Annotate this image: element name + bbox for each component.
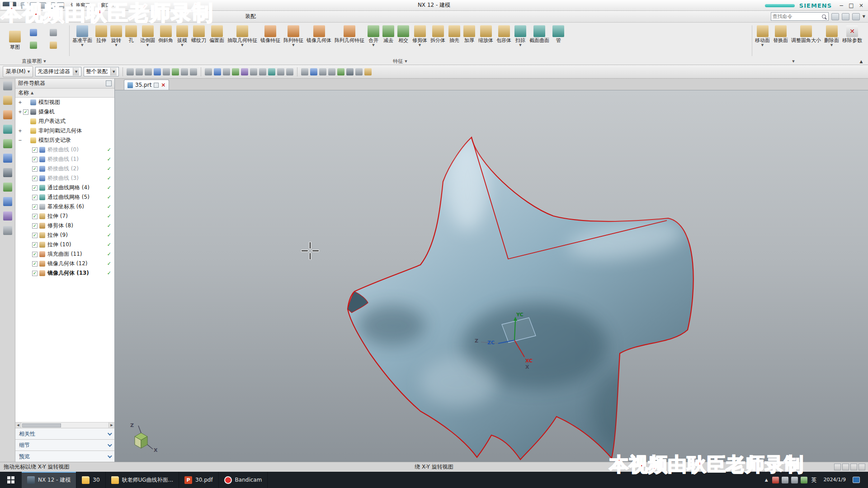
minimize-button[interactable]: −	[836, 1, 846, 10]
view-toolbar-icon[interactable]	[319, 68, 326, 75]
navigator-section-header[interactable]: 预览	[15, 450, 114, 462]
snap-toolbar-icon[interactable]	[259, 68, 266, 75]
tree-expander[interactable]: +	[17, 100, 23, 105]
tree-row[interactable]: ✓ 镜像几何体 (12) ✓	[15, 259, 114, 268]
feature-checkbox[interactable]: ✓	[32, 166, 38, 172]
tree-row[interactable]: ✓ 通过曲线网格 (5) ✓	[15, 192, 114, 202]
close-button[interactable]: ×	[856, 1, 866, 10]
navigator-column-header[interactable]: 名称▲	[15, 89, 114, 98]
sketch-tool-icon[interactable]	[30, 42, 37, 49]
home-icon[interactable]	[842, 13, 849, 20]
pin-icon[interactable]	[106, 80, 112, 86]
tree-row[interactable]: − ✓ 模型历史记录 ✓	[15, 136, 114, 145]
ribbon-button[interactable]: 阵列特征 ▼	[282, 23, 305, 47]
menu-button[interactable]: 菜单(M)▼	[3, 66, 33, 77]
feature-checkbox[interactable]: ✓	[32, 176, 38, 181]
tree-row[interactable]: + ✓ 非时间戳记几何体 ✓	[15, 126, 114, 136]
help-icon[interactable]	[852, 13, 860, 20]
resource-bar-icon[interactable]	[3, 139, 12, 148]
ribbon-button[interactable]: 删除面 ▼	[823, 23, 840, 47]
ribbon-button[interactable]: 阵列几何特征 ▼	[333, 23, 366, 45]
taskbar-item[interactable]: Bandicam	[219, 472, 268, 488]
tray-icon[interactable]	[791, 477, 798, 483]
ribbon-button[interactable]: 替换面 ▼	[772, 23, 789, 45]
feature-checkbox[interactable]: ✓	[32, 252, 38, 257]
feature-checkbox[interactable]: ✓	[32, 185, 38, 191]
resource-bar-icon[interactable]	[3, 226, 12, 235]
search-icon[interactable]	[821, 14, 827, 19]
feature-checkbox[interactable]: ✓	[32, 147, 38, 153]
scroll-right-arrow[interactable]: ▶	[108, 422, 114, 428]
snap-toolbar-icon[interactable]	[286, 68, 293, 75]
resource-bar-icon[interactable]	[3, 168, 12, 177]
snap-toolbar-icon[interactable]	[223, 68, 230, 75]
tree-row[interactable]: ✓ 拉伸 (9) ✓	[15, 230, 114, 240]
tree-expander[interactable]: −	[17, 138, 23, 143]
view-toolbar-icon[interactable]	[337, 68, 344, 75]
snap-toolbar-icon[interactable]	[241, 68, 248, 75]
scrollbar-thumb[interactable]	[22, 423, 61, 427]
ribbon-button[interactable]: 合并 ▼	[366, 23, 381, 47]
maximize-button[interactable]: □	[846, 1, 856, 10]
tree-row[interactable]: ✓ 拉伸 (7) ✓	[15, 211, 114, 221]
tree-row[interactable]: ✓ 拉伸 (10) ✓	[15, 240, 114, 249]
snap-toolbar-icon[interactable]	[214, 68, 221, 75]
snap-toolbar-icon[interactable]	[250, 68, 257, 75]
feature-checkbox[interactable]: ✓	[32, 261, 38, 267]
ribbon-button[interactable]: 加厚 ▼	[462, 23, 476, 45]
tray-icon[interactable]	[801, 477, 807, 483]
ribbon-button[interactable]: 拆分体 ▼	[429, 23, 447, 45]
taskbar-item[interactable]: 30	[76, 472, 105, 488]
tray-icon[interactable]	[782, 477, 788, 483]
feature-checkbox[interactable]: ✓	[32, 242, 38, 248]
tree-row[interactable]: ✓ 桥接曲线 (0) ✓	[15, 145, 114, 155]
selection-filter-dropdown[interactable]: 无选择过滤器▼	[35, 67, 81, 76]
feature-checkbox[interactable]: ✓	[32, 223, 38, 229]
resource-bar-icon[interactable]	[3, 197, 12, 206]
snap-toolbar-icon[interactable]	[232, 68, 239, 75]
feature-checkbox[interactable]: ✓	[32, 204, 38, 210]
resource-bar-icon[interactable]	[3, 183, 12, 192]
tree-expander[interactable]: +	[17, 128, 23, 133]
ribbon-button[interactable]: 缩放体 ▼	[477, 23, 495, 45]
taskbar-item[interactable]: NX 12 - 建模	[22, 472, 76, 488]
status-bar-icon[interactable]	[842, 464, 849, 470]
tree-row[interactable]: ✓ 镜像几何体 (13) ✓	[15, 268, 114, 278]
selection-scope-dropdown[interactable]: 整个装配▼	[84, 67, 119, 76]
view-toolbar-icon[interactable]	[346, 68, 354, 75]
view-toolbar-icon[interactable]	[328, 68, 335, 75]
selection-toolbar-icon[interactable]	[190, 68, 197, 75]
tree-row[interactable]: ✓ 基准坐标系 (6) ✓	[15, 202, 114, 211]
ribbon-button[interactable]: 抽取几何特征 ▼	[226, 23, 259, 47]
ribbon-button[interactable]: 包容体 ▼	[495, 23, 513, 45]
tray-expand-caret[interactable]: ▲	[765, 478, 768, 482]
view-toolbar-icon[interactable]	[301, 68, 308, 75]
selection-toolbar-icon[interactable]	[163, 68, 170, 75]
resource-bar-icon[interactable]	[3, 96, 12, 105]
navigator-section-header[interactable]: 细节	[15, 439, 114, 450]
sketch-tool-icon[interactable]	[30, 29, 37, 36]
tree-row[interactable]: ✓ 桥接曲线 (2) ✓	[15, 164, 114, 174]
ribbon-button[interactable]: 移动面 ▼	[754, 23, 771, 47]
ribbon-button[interactable]: 镜像几何体 ▼	[305, 23, 333, 45]
status-bar-icon[interactable]	[850, 464, 857, 470]
ribbon-button[interactable]: 抽壳 ▼	[447, 23, 462, 45]
resource-bar-icon[interactable]	[3, 81, 12, 90]
selection-toolbar-icon[interactable]	[136, 68, 143, 75]
command-search-input[interactable]	[773, 14, 821, 19]
ribbon-button[interactable]: 相交 ▼	[396, 23, 410, 45]
input-language-indicator[interactable]: 英	[811, 476, 817, 484]
window-layout-icon[interactable]	[831, 13, 839, 20]
action-center-icon[interactable]	[853, 477, 860, 483]
tree-row[interactable]: + ✓ 模型视图 ✓	[15, 98, 114, 107]
snap-toolbar-icon[interactable]	[277, 68, 284, 75]
selection-toolbar-icon[interactable]	[127, 68, 134, 75]
selection-toolbar-icon[interactable]	[145, 68, 152, 75]
taskbar-item[interactable]: 30.pdf	[179, 472, 219, 488]
feature-checkbox[interactable]: ✓	[32, 157, 38, 162]
tab-assembly[interactable]: 装配	[240, 11, 261, 22]
snap-toolbar-icon[interactable]	[268, 68, 275, 75]
sync-group-label[interactable]: ▼	[732, 60, 854, 63]
ribbon-button[interactable]: 调整圆角大小 ▼	[790, 23, 822, 45]
tree-row[interactable]: ✓ 填充曲面 (11) ✓	[15, 249, 114, 259]
